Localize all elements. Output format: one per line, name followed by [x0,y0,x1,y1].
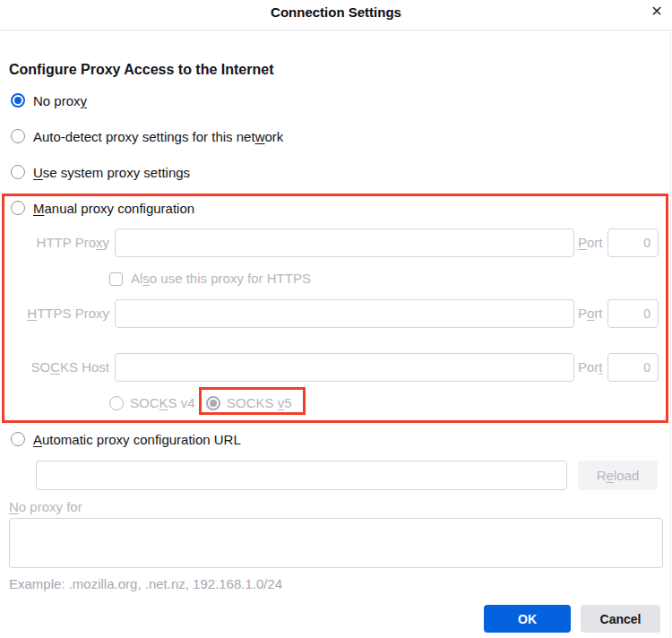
close-icon[interactable]: ✕ [648,3,666,21]
http-proxy-label: HTTP Proxy [9,235,109,251]
radio-label: Automatic proxy configuration URL [33,432,241,447]
radio-icon[interactable] [11,432,25,446]
socks-port-input[interactable] [607,353,659,382]
https-proxy-label: HTTPS Proxy [9,306,109,322]
cancel-button[interactable]: Cancel [581,605,660,633]
socks-host-label: SOCKS Host [9,359,109,375]
radio-label: No proxy [33,93,87,108]
https-port-input[interactable] [607,299,659,328]
ok-button[interactable]: OK [484,605,571,633]
radio-use-system[interactable]: Use system proxy settings [11,164,190,180]
radio-icon[interactable] [11,201,25,215]
no-proxy-for-textarea[interactable] [9,518,663,568]
radio-icon[interactable] [109,396,124,410]
right-edge-line [670,30,671,638]
header-divider [0,30,672,30]
no-proxy-example-text: Example: .mozilla.org, .net.nz, 192.168.… [9,576,282,591]
radio-label: Auto-detect proxy settings for this netw… [33,129,283,144]
radio-no-proxy[interactable]: No proxy [11,92,87,108]
radio-icon[interactable] [11,165,25,179]
radio-manual-proxy[interactable]: Manual proxy configuration [11,200,194,216]
socks-port-label: Port [578,359,605,375]
radio-selected-icon[interactable] [206,396,220,410]
radio-socks-v5[interactable]: SOCKS v5 [206,395,292,411]
checkbox-icon[interactable] [109,272,123,286]
radio-selected-icon[interactable] [11,93,25,108]
page-title: Configure Proxy Access to the Internet [9,61,273,78]
dialog-title: Connection Settings [0,4,672,21]
https-port-label: Port [578,306,605,322]
radio-icon[interactable] [11,129,25,143]
radio-label: SOCKS v4 [130,395,195,411]
checkbox-label: Also use this proxy for HTTPS [131,271,311,287]
radio-socks-v4[interactable]: SOCKS v4 [109,395,195,411]
reload-button[interactable]: Reload [578,461,658,490]
http-port-label: Port [578,235,605,251]
connection-settings-dialog: Connection Settings ✕ Configure Proxy Ac… [0,0,672,638]
no-proxy-for-label: No proxy for [9,499,82,515]
https-proxy-input[interactable] [115,299,574,328]
http-port-input[interactable] [607,228,659,257]
http-proxy-input[interactable] [115,228,574,257]
radio-label: Manual proxy configuration [33,201,194,216]
auto-url-input[interactable] [36,461,567,490]
radio-automatic-url[interactable]: Automatic proxy configuration URL [11,431,241,447]
radio-auto-detect[interactable]: Auto-detect proxy settings for this netw… [11,128,283,144]
socks-host-input[interactable] [115,353,574,382]
radio-label: Use system proxy settings [33,165,190,180]
radio-label: SOCKS v5 [227,395,292,411]
also-use-for-https-row[interactable]: Also use this proxy for HTTPS [109,271,311,287]
